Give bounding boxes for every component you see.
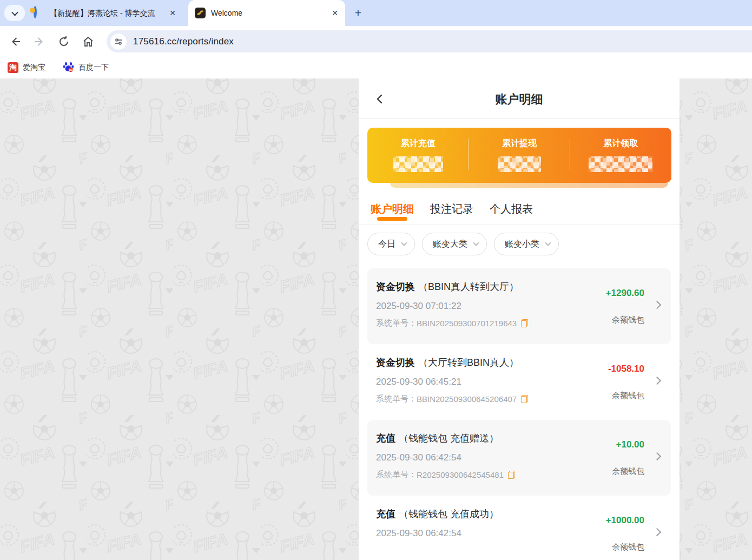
- url-text: 175616.cc/reports/index: [133, 36, 234, 47]
- forward-button[interactable]: [31, 34, 48, 50]
- copy-icon[interactable]: [508, 471, 515, 479]
- filter-minor-category-dropdown[interactable]: 账变小类: [494, 233, 559, 255]
- web-page: FIFA FIFA 账户明细 累计充值: [0, 78, 752, 560]
- summary-withdraw: 累计提现: [469, 128, 570, 183]
- svg-text:du: du: [69, 68, 72, 71]
- tab-personal-report[interactable]: 个人报表: [490, 202, 533, 224]
- tab-bet-records[interactable]: 投注记录: [430, 202, 473, 224]
- close-icon[interactable]: ✕: [168, 8, 177, 18]
- bookmark-baidu[interactable]: du 百度一下: [63, 61, 109, 75]
- back-button[interactable]: [7, 34, 23, 50]
- transaction-row[interactable]: 资金切换（大厅转到BBIN真人） 2025-09-30 06:45:21 系统单…: [367, 344, 671, 420]
- masked-amount: [393, 156, 443, 172]
- report-tabs: 账户明细 投注记录 个人报表: [359, 188, 680, 225]
- transaction-row[interactable]: 充值（钱能钱包 充值赠送） 2025-09-30 06:42:54 系统单号： …: [367, 420, 671, 496]
- tab-search-button[interactable]: [4, 5, 25, 21]
- site-settings-icon[interactable]: [110, 34, 127, 50]
- wallet-label: 余额钱包: [612, 466, 644, 477]
- chevron-down-icon: [11, 9, 18, 16]
- account-detail-panel: 账户明细 累计充值 累计提现 累计领取: [359, 78, 680, 560]
- summary-recharge: 累计充值: [367, 128, 469, 183]
- chevron-right-icon[interactable]: [653, 377, 662, 385]
- bookmark-aitaobao[interactable]: 淘 爱淘宝: [8, 62, 45, 73]
- summary-section: 累计充值 累计提现 累计领取: [359, 119, 680, 188]
- wallet-label: 余额钱包: [612, 391, 644, 401]
- chevron-right-icon[interactable]: [653, 452, 662, 461]
- transaction-list: 资金切换（BBIN真人转到大厅） 2025-09-30 07:01:22 系统单…: [359, 268, 680, 560]
- amount: +10.00: [616, 439, 644, 450]
- bookmarks-bar: 淘 爱淘宝 du 百度一下: [0, 57, 752, 78]
- order-number-line: 系统单号： BBIN202509300645206407: [376, 394, 579, 404]
- transaction-row[interactable]: 资金切换（BBIN真人转到大厅） 2025-09-30 07:01:22 系统单…: [367, 268, 671, 344]
- transaction-time: 2025-09-30 07:01:22: [376, 301, 579, 312]
- wallet-label: 余额钱包: [612, 315, 644, 325]
- browser-toolbar: 175616.cc/reports/index: [0, 26, 752, 57]
- chevron-right-icon[interactable]: [653, 528, 662, 537]
- welcome-favicon: [195, 8, 206, 18]
- masked-amount: [498, 156, 541, 172]
- transaction-time: 2025-09-30 06:42:54: [376, 528, 579, 539]
- active-tab-underline: [377, 217, 407, 221]
- wallet-label: 余额钱包: [612, 542, 644, 552]
- reload-button[interactable]: [56, 34, 72, 50]
- tab-title: Welcome: [211, 9, 242, 17]
- chevron-down-icon: [545, 240, 551, 246]
- forum-favicon: [34, 8, 44, 18]
- amount: +1000.00: [606, 515, 644, 526]
- summary-claimed: 累计领取: [570, 128, 671, 183]
- tab-title: 【新提醒】海燕论坛 - 博学交流: [50, 9, 155, 17]
- address-bar[interactable]: 175616.cc/reports/index: [107, 30, 752, 52]
- filter-major-category-dropdown[interactable]: 账变大类: [422, 233, 487, 255]
- amount: +1290.60: [606, 288, 644, 299]
- panel-header: 账户明细: [359, 78, 680, 119]
- masked-amount: [589, 156, 652, 172]
- order-number: BBIN202509300645206407: [417, 394, 517, 404]
- new-tab-button[interactable]: +: [351, 5, 366, 21]
- transaction-time: 2025-09-30 06:45:21: [376, 377, 579, 387]
- order-number-line: 系统单号： BBIN202509300701219643: [376, 318, 579, 328]
- order-number: BBIN202509300701219643: [417, 319, 517, 328]
- browser-tab-forum[interactable]: 【新提醒】海燕论坛 - 博学交流 ✕: [27, 0, 183, 26]
- browser-tab-welcome[interactable]: Welcome ✕: [188, 0, 345, 26]
- close-icon[interactable]: ✕: [330, 8, 340, 18]
- page-title: 账户明细: [359, 91, 680, 108]
- tab-account-detail[interactable]: 账户明细: [371, 202, 414, 224]
- filter-date-dropdown[interactable]: 今日: [367, 233, 415, 255]
- taobao-icon: 淘: [8, 62, 18, 73]
- transaction-time: 2025-09-30 06:42:54: [376, 452, 579, 463]
- order-number: R202509300642545481: [417, 470, 504, 479]
- browser-tab-strip: 【新提醒】海燕论坛 - 博学交流 ✕ Welcome ✕ +: [0, 0, 752, 26]
- card-shadow: [390, 183, 668, 188]
- copy-icon[interactable]: [521, 395, 528, 403]
- chevron-right-icon[interactable]: [653, 301, 662, 309]
- home-button[interactable]: [80, 34, 96, 50]
- chevron-down-icon: [473, 240, 479, 246]
- chevron-down-icon: [401, 240, 407, 246]
- filter-row: 今日 账变大类 账变小类: [359, 225, 680, 268]
- amount: -1058.10: [608, 364, 644, 374]
- baidu-paw-icon: du: [63, 61, 74, 75]
- summary-card: 累计充值 累计提现 累计领取: [367, 128, 671, 183]
- transaction-row[interactable]: 充值（钱能钱包 充值成功） 2025-09-30 06:42:54 +1000.…: [367, 496, 671, 560]
- copy-icon[interactable]: [521, 319, 528, 327]
- order-number-line: 系统单号： R202509300642545481: [376, 470, 579, 480]
